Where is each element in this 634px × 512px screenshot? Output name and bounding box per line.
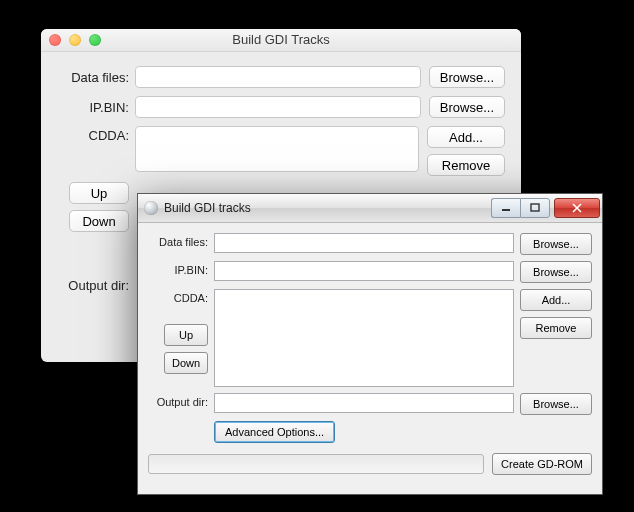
data-files-label: Data files: [148, 233, 208, 248]
mac-window-title: Build GDI Tracks [232, 32, 330, 47]
ip-bin-input[interactable] [135, 96, 421, 118]
close-button[interactable] [554, 198, 600, 218]
cdda-listbox[interactable] [135, 126, 419, 172]
output-dir-input[interactable] [214, 393, 514, 413]
data-files-label: Data files: [57, 70, 135, 85]
ip-bin-browse-button[interactable]: Browse... [520, 261, 592, 283]
mac-traffic-lights [49, 34, 101, 46]
maximize-icon [530, 203, 540, 213]
close-icon [571, 203, 583, 213]
create-gdrom-button[interactable]: Create GD-ROM [492, 453, 592, 475]
cdda-add-button[interactable]: Add... [520, 289, 592, 311]
data-files-browse-button[interactable]: Browse... [429, 66, 505, 88]
cdda-down-button[interactable]: Down [69, 210, 129, 232]
data-files-browse-button[interactable]: Browse... [520, 233, 592, 255]
ip-bin-browse-button[interactable]: Browse... [429, 96, 505, 118]
ip-bin-label: IP.BIN: [148, 261, 208, 276]
data-files-input[interactable] [135, 66, 421, 88]
minimize-icon [501, 203, 511, 213]
output-dir-label: Output dir: [148, 393, 208, 408]
minimize-icon[interactable] [69, 34, 81, 46]
cdda-remove-button[interactable]: Remove [520, 317, 592, 339]
output-dir-label: Output dir: [57, 278, 135, 293]
cdda-label: CDDA: [148, 289, 208, 304]
advanced-options-button[interactable]: Advanced Options... [214, 421, 335, 443]
mac-titlebar[interactable]: Build GDI Tracks [41, 29, 521, 52]
win-titlebar[interactable]: Build GDI tracks [138, 194, 602, 223]
progress-bar [148, 454, 484, 474]
minimize-button[interactable] [491, 198, 520, 218]
win-body: Data files: Browse... IP.BIN: Browse... … [138, 223, 602, 483]
cdda-up-button[interactable]: Up [164, 324, 208, 346]
ip-bin-input[interactable] [214, 261, 514, 281]
cdda-remove-button[interactable]: Remove [427, 154, 505, 176]
win-window: Build GDI tracks Data files: Browse... I… [137, 193, 603, 495]
close-icon[interactable] [49, 34, 61, 46]
win-window-title: Build GDI tracks [164, 201, 251, 215]
zoom-icon[interactable] [89, 34, 101, 46]
cdda-label: CDDA: [57, 126, 135, 143]
cdda-up-button[interactable]: Up [69, 182, 129, 204]
svg-rect-0 [502, 209, 510, 211]
svg-rect-1 [531, 204, 539, 211]
data-files-input[interactable] [214, 233, 514, 253]
cdda-down-button[interactable]: Down [164, 352, 208, 374]
win-window-controls [491, 198, 602, 218]
app-icon [144, 201, 158, 215]
maximize-button[interactable] [520, 198, 550, 218]
cdda-listbox[interactable] [214, 289, 514, 387]
cdda-add-button[interactable]: Add... [427, 126, 505, 148]
ip-bin-label: IP.BIN: [57, 100, 135, 115]
output-dir-browse-button[interactable]: Browse... [520, 393, 592, 415]
